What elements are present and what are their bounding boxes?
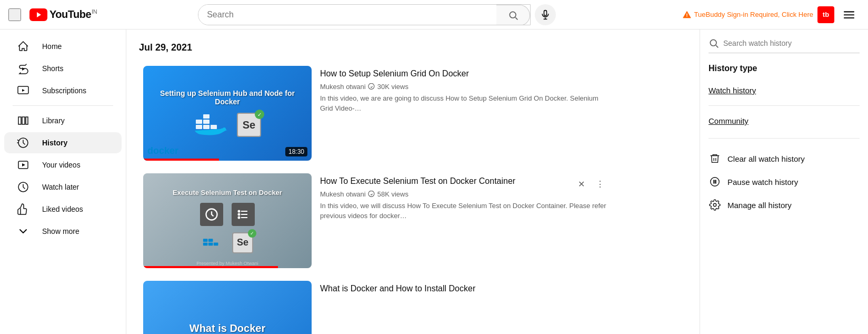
header-right: TueBuddy Sign-in Required, Click Here tb — [683, 4, 860, 25]
tubebuddy-alert[interactable]: TueBuddy Sign-in Required, Click Here — [683, 11, 813, 19]
thumbnail-1: Setting up Selenium Hub and Node for Doc… — [143, 66, 312, 161]
warning-icon — [683, 11, 691, 19]
thumbnail-2: Execute Selenium Test on Docker — [143, 173, 312, 268]
svg-point-46 — [713, 203, 716, 207]
svg-point-32 — [238, 213, 240, 215]
video-info-3: What is Docker and How to Install Docker — [320, 281, 608, 334]
chevron-down-icon — [17, 225, 29, 238]
sidebar-label-history: History — [42, 139, 67, 147]
svg-rect-4 — [544, 10, 547, 15]
your-videos-icon — [17, 159, 29, 171]
svg-rect-9 — [844, 17, 854, 18]
progress-bar-1 — [143, 159, 219, 161]
youtube-logo[interactable]: YouTubeIN — [29, 8, 97, 21]
header: YouTubeIN TueBuddy Sign-in Re — [0, 0, 868, 30]
more-options-button[interactable]: ⋮ — [592, 175, 608, 192]
watch-history-link[interactable]: Watch history — [709, 82, 860, 99]
right-panel: History type Watch history Community Cle… — [700, 30, 868, 334]
svg-rect-24 — [203, 120, 209, 124]
pause-icon — [709, 175, 721, 188]
sidebar-item-home[interactable]: Home — [4, 36, 122, 57]
date-header: Jul 29, 2021 — [139, 42, 687, 53]
pause-history-action[interactable]: Pause watch history — [709, 170, 860, 193]
divider-1 — [709, 105, 860, 106]
svg-rect-21 — [203, 125, 209, 129]
video-meta-1: Mukesh otwani 30K views — [320, 83, 608, 91]
video-title-3: What is Docker and How to Install Docker — [320, 283, 608, 294]
sidebar-item-watch-later[interactable]: Watch later — [4, 176, 122, 198]
sidebar-label-home: Home — [42, 42, 62, 51]
pause-history-label: Pause watch history — [727, 178, 798, 186]
clear-history-action[interactable]: Clear all watch history — [709, 147, 860, 170]
remove-video-button[interactable]: ✕ — [573, 175, 590, 192]
history-type-label: History type — [709, 64, 860, 73]
shorts-icon — [17, 62, 29, 75]
thumbnail-3: What is Docker — [143, 281, 312, 334]
microphone-icon — [540, 9, 551, 20]
logo-wordmark: YouTubeIN — [49, 8, 97, 21]
svg-point-26 — [223, 127, 226, 131]
svg-line-3 — [515, 17, 517, 19]
svg-rect-25 — [203, 114, 209, 119]
liked-videos-icon — [17, 203, 29, 215]
divider-2 — [709, 138, 860, 139]
sidebar-item-shorts[interactable]: Shorts — [4, 58, 122, 79]
manage-history-action[interactable]: Manage all history — [709, 193, 860, 217]
sidebar-item-subscriptions[interactable]: Subscriptions — [4, 80, 122, 101]
svg-marker-12 — [22, 89, 25, 92]
video-title-1: How to Setup Selenium Grid On Docker — [320, 68, 608, 80]
channel-name-2: Mukesh otwani — [320, 190, 366, 198]
sidebar-item-library[interactable]: Library — [4, 110, 122, 131]
sidebar-label-watch-later: Watch later — [42, 183, 79, 191]
search-icon — [508, 10, 518, 21]
header-menu-button[interactable] — [839, 4, 860, 25]
main-content: Jul 29, 2021 Setting up Selenium Hub and… — [126, 30, 700, 334]
video-title-2: How To Execute Selenium Test on Docker C… — [320, 175, 608, 187]
svg-rect-45 — [715, 180, 716, 183]
home-icon — [17, 40, 29, 53]
community-link[interactable]: Community — [709, 112, 860, 130]
verified-icon-1 — [368, 83, 375, 91]
sidebar-item-your-videos[interactable]: Your videos — [4, 154, 122, 175]
video-info-2: How To Execute Selenium Test on Docker C… — [320, 173, 608, 268]
search-button[interactable] — [496, 5, 530, 25]
svg-rect-34 — [203, 243, 208, 246]
sidebar-item-liked-videos[interactable]: Liked videos — [4, 199, 122, 220]
sidebar-item-show-more[interactable]: Show more — [4, 221, 122, 242]
svg-point-2 — [510, 12, 516, 18]
search-history-bar — [709, 38, 860, 53]
trash-icon — [709, 152, 721, 165]
microphone-button[interactable] — [535, 4, 556, 25]
sidebar-label-shorts: Shorts — [42, 64, 63, 73]
sidebar-label-your-videos: Your videos — [42, 161, 81, 169]
main-layout: Home Shorts Subscriptions — [0, 30, 868, 334]
docker-icon — [194, 112, 231, 137]
video-list: Setting up Selenium Hub and Node for Doc… — [139, 62, 613, 334]
sidebar-label-liked-videos: Liked videos — [42, 205, 83, 213]
video-info-1: How to Setup Selenium Grid On Docker Muk… — [320, 66, 608, 161]
video-item[interactable]: Setting up Selenium Hub and Node for Doc… — [139, 62, 613, 165]
history-type-section: History type Watch history Community — [709, 64, 860, 130]
tubebuddy-logo-text: tb — [823, 11, 829, 18]
video-item-3[interactable]: What is Docker What is Docker and How to… — [139, 277, 613, 334]
svg-point-43 — [711, 178, 720, 186]
svg-rect-23 — [196, 120, 202, 124]
clear-history-label: Clear all watch history — [727, 154, 805, 163]
header-left: YouTubeIN — [8, 8, 135, 21]
svg-rect-8 — [844, 14, 854, 15]
history-icon — [17, 136, 29, 149]
sidebar-item-history[interactable]: History — [4, 132, 122, 153]
svg-rect-7 — [844, 11, 854, 12]
svg-rect-15 — [26, 117, 28, 124]
sidebar-label-subscriptions: Subscriptions — [42, 86, 86, 95]
search-input[interactable] — [198, 5, 496, 25]
video-item-2[interactable]: Execute Selenium Test on Docker — [139, 169, 613, 272]
subscriptions-icon — [17, 84, 29, 97]
svg-marker-17 — [22, 163, 25, 166]
hamburger-button[interactable] — [8, 8, 21, 21]
search-history-input[interactable] — [723, 39, 860, 47]
search-history-icon — [709, 38, 719, 48]
sidebar-label-library: Library — [42, 116, 65, 125]
tubebuddy-logo[interactable]: tb — [817, 6, 834, 23]
thumb-label-3: What is Docker — [189, 322, 265, 335]
